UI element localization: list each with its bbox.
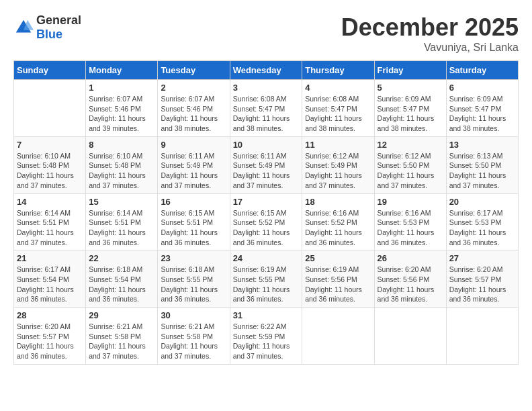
sunrise-text: Sunrise: 6:17 AM	[449, 209, 503, 217]
day-info: Sunrise: 6:16 AM Sunset: 5:53 PM Dayligh…	[378, 208, 443, 248]
day-number: 7	[17, 140, 83, 150]
day-number: 19	[378, 197, 443, 207]
day-info: Sunrise: 6:08 AM Sunset: 5:47 PM Dayligh…	[233, 94, 300, 134]
sunset-text: Sunset: 5:56 PM	[378, 275, 430, 283]
day-info: Sunrise: 6:09 AM Sunset: 5:47 PM Dayligh…	[378, 94, 443, 134]
calendar-day-cell: 20 Sunrise: 6:17 AM Sunset: 5:53 PM Dayl…	[446, 193, 518, 250]
daylight-text: Daylight: 11 hours and 36 minutes.	[233, 285, 290, 304]
daylight-text: Daylight: 11 hours and 39 minutes.	[89, 114, 146, 132]
day-number: 4	[305, 83, 371, 93]
daylight-text: Daylight: 11 hours and 36 minutes.	[17, 342, 74, 360]
daylight-text: Daylight: 11 hours and 36 minutes.	[449, 285, 506, 304]
daylight-text: Daylight: 11 hours and 36 minutes.	[161, 285, 218, 304]
daylight-text: Daylight: 11 hours and 36 minutes.	[305, 285, 362, 304]
sunrise-text: Sunrise: 6:20 AM	[378, 265, 431, 273]
calendar-day-cell: 29 Sunrise: 6:21 AM Sunset: 5:58 PM Dayl…	[86, 308, 158, 365]
day-number: 15	[89, 197, 154, 207]
day-info: Sunrise: 6:11 AM Sunset: 5:49 PM Dayligh…	[233, 151, 300, 191]
sunrise-text: Sunrise: 6:21 AM	[161, 322, 214, 330]
calendar-day-cell: 9 Sunrise: 6:11 AM Sunset: 5:49 PM Dayli…	[158, 136, 230, 193]
daylight-text: Daylight: 11 hours and 38 minutes.	[449, 114, 506, 132]
day-info: Sunrise: 6:08 AM Sunset: 5:47 PM Dayligh…	[305, 94, 371, 134]
day-info: Sunrise: 6:21 AM Sunset: 5:58 PM Dayligh…	[161, 322, 226, 361]
day-info: Sunrise: 6:16 AM Sunset: 5:52 PM Dayligh…	[305, 208, 371, 248]
daylight-text: Daylight: 11 hours and 36 minutes.	[378, 285, 435, 304]
weekday-header: Wednesday	[230, 61, 302, 80]
daylight-text: Daylight: 11 hours and 37 minutes.	[17, 171, 74, 189]
calendar-day-cell: 4 Sunrise: 6:08 AM Sunset: 5:47 PM Dayli…	[302, 80, 374, 137]
day-info: Sunrise: 6:07 AM Sunset: 5:46 PM Dayligh…	[161, 94, 226, 134]
daylight-text: Daylight: 11 hours and 38 minutes.	[233, 114, 290, 132]
day-info: Sunrise: 6:21 AM Sunset: 5:58 PM Dayligh…	[89, 322, 154, 361]
month-title: December 2025	[341, 13, 519, 42]
day-info: Sunrise: 6:11 AM Sunset: 5:49 PM Dayligh…	[161, 151, 226, 191]
daylight-text: Daylight: 11 hours and 37 minutes.	[233, 342, 290, 360]
sunrise-text: Sunrise: 6:12 AM	[305, 152, 359, 160]
weekday-header: Friday	[374, 61, 446, 80]
sunset-text: Sunset: 5:47 PM	[233, 105, 285, 113]
daylight-text: Daylight: 11 hours and 37 minutes.	[233, 171, 290, 189]
calendar-day-cell: 5 Sunrise: 6:09 AM Sunset: 5:47 PM Dayli…	[374, 80, 446, 137]
weekday-header: Tuesday	[158, 61, 230, 80]
calendar-day-cell: 3 Sunrise: 6:08 AM Sunset: 5:47 PM Dayli…	[230, 80, 302, 137]
calendar-week-row: 1 Sunrise: 6:07 AM Sunset: 5:46 PM Dayli…	[14, 80, 519, 137]
calendar-day-cell	[14, 80, 86, 137]
sunset-text: Sunset: 5:50 PM	[449, 161, 502, 169]
day-number: 27	[449, 253, 515, 263]
day-number: 20	[449, 197, 515, 207]
sunset-text: Sunset: 5:48 PM	[89, 161, 141, 169]
calendar-day-cell: 2 Sunrise: 6:07 AM Sunset: 5:46 PM Dayli…	[158, 80, 230, 137]
sunrise-text: Sunrise: 6:22 AM	[233, 322, 287, 330]
calendar-day-cell: 23 Sunrise: 6:18 AM Sunset: 5:55 PM Dayl…	[158, 250, 230, 308]
daylight-text: Daylight: 11 hours and 36 minutes.	[17, 285, 74, 304]
calendar-day-cell: 1 Sunrise: 6:07 AM Sunset: 5:46 PM Dayli…	[86, 80, 158, 137]
day-number: 11	[305, 140, 371, 150]
sunrise-text: Sunrise: 6:11 AM	[233, 152, 287, 160]
daylight-text: Daylight: 11 hours and 37 minutes.	[305, 171, 362, 189]
logo-general: General	[36, 13, 81, 27]
sunset-text: Sunset: 5:49 PM	[305, 161, 357, 169]
sunset-text: Sunset: 5:46 PM	[161, 105, 213, 113]
calendar-week-row: 14 Sunrise: 6:14 AM Sunset: 5:51 PM Dayl…	[14, 193, 519, 250]
day-number: 23	[161, 253, 226, 263]
sunrise-text: Sunrise: 6:10 AM	[17, 152, 71, 160]
day-number: 10	[233, 140, 300, 150]
calendar-day-cell: 28 Sunrise: 6:20 AM Sunset: 5:57 PM Dayl…	[14, 308, 86, 365]
sunset-text: Sunset: 5:59 PM	[233, 332, 285, 340]
sunset-text: Sunset: 5:52 PM	[233, 218, 285, 226]
sunset-text: Sunset: 5:51 PM	[17, 218, 69, 226]
day-number: 17	[233, 197, 300, 207]
calendar-day-cell	[446, 308, 518, 365]
sunset-text: Sunset: 5:56 PM	[305, 275, 357, 283]
weekday-header: Saturday	[446, 61, 518, 80]
day-number: 14	[17, 197, 83, 207]
day-number: 12	[378, 140, 443, 150]
location: Vavuniya, Sri Lanka	[341, 42, 519, 54]
day-number: 6	[449, 83, 515, 93]
page-header: General Blue December 2025 Vavuniya, Sri…	[13, 13, 519, 54]
calendar-day-cell: 17 Sunrise: 6:15 AM Sunset: 5:52 PM Dayl…	[230, 193, 302, 250]
daylight-text: Daylight: 11 hours and 36 minutes.	[89, 228, 146, 246]
day-info: Sunrise: 6:14 AM Sunset: 5:51 PM Dayligh…	[89, 208, 154, 248]
calendar-day-cell: 6 Sunrise: 6:09 AM Sunset: 5:47 PM Dayli…	[446, 80, 518, 137]
sunset-text: Sunset: 5:46 PM	[89, 105, 141, 113]
sunrise-text: Sunrise: 6:08 AM	[233, 95, 287, 103]
daylight-text: Daylight: 11 hours and 36 minutes.	[449, 228, 506, 246]
calendar-day-cell: 16 Sunrise: 6:15 AM Sunset: 5:51 PM Dayl…	[158, 193, 230, 250]
sunrise-text: Sunrise: 6:10 AM	[89, 152, 142, 160]
sunset-text: Sunset: 5:54 PM	[89, 275, 141, 283]
sunrise-text: Sunrise: 6:08 AM	[305, 95, 359, 103]
calendar-day-cell	[374, 308, 446, 365]
calendar-week-row: 7 Sunrise: 6:10 AM Sunset: 5:48 PM Dayli…	[14, 136, 519, 193]
sunset-text: Sunset: 5:57 PM	[449, 275, 502, 283]
daylight-text: Daylight: 11 hours and 37 minutes.	[161, 342, 218, 360]
day-info: Sunrise: 6:18 AM Sunset: 5:55 PM Dayligh…	[161, 265, 226, 304]
calendar-day-cell: 24 Sunrise: 6:19 AM Sunset: 5:55 PM Dayl…	[230, 250, 302, 308]
day-info: Sunrise: 6:09 AM Sunset: 5:47 PM Dayligh…	[449, 94, 515, 134]
sunrise-text: Sunrise: 6:19 AM	[305, 265, 359, 273]
sunrise-text: Sunrise: 6:20 AM	[449, 265, 503, 273]
calendar-day-cell: 30 Sunrise: 6:21 AM Sunset: 5:58 PM Dayl…	[158, 308, 230, 365]
logo-blue: Blue	[36, 28, 62, 41]
calendar-day-cell: 15 Sunrise: 6:14 AM Sunset: 5:51 PM Dayl…	[86, 193, 158, 250]
sunrise-text: Sunrise: 6:17 AM	[17, 265, 71, 273]
